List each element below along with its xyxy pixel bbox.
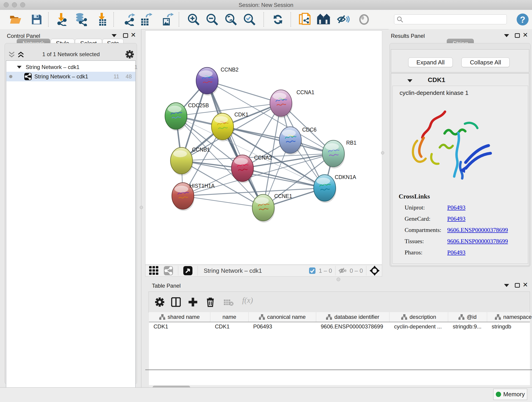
- table-row[interactable]: CDK1CDK1P064939606.ENSP00000378699cyclin…: [149, 322, 530, 331]
- left-splitter-handle[interactable]: [140, 206, 143, 209]
- table-panel-close-icon[interactable]: ✕: [523, 282, 528, 287]
- table-gear-icon[interactable]: [155, 298, 164, 307]
- column-header-description[interactable]: description: [389, 312, 448, 322]
- export-image-icon[interactable]: [161, 13, 174, 26]
- network-node-CCNB1[interactable]: [171, 147, 193, 176]
- export-network-icon[interactable]: [122, 13, 136, 26]
- delete-column-icon[interactable]: [206, 297, 215, 307]
- crosslink-value[interactable]: P06493: [447, 204, 465, 211]
- birdseye-view-icon[interactable]: [183, 266, 192, 275]
- bottom-splitter-handle[interactable]: [336, 278, 340, 281]
- help-icon[interactable]: ?: [516, 13, 529, 26]
- expand-all-button[interactable]: Expand All: [408, 57, 453, 67]
- crosslink-value[interactable]: P06493: [447, 216, 465, 222]
- crosslink-value[interactable]: 9606.ENSP00000378699: [447, 227, 508, 234]
- table-cell[interactable]: CDK1: [149, 322, 210, 331]
- control-panel-menu-icon[interactable]: [112, 34, 117, 37]
- column-type-icon: [458, 314, 464, 320]
- network-node-CDC25B[interactable]: [165, 103, 188, 131]
- table-cell[interactable]: 9606.ENSP00000378699: [316, 322, 389, 331]
- results-panel-menu-icon[interactable]: [504, 34, 509, 37]
- network-view-toolbar: String Network – cdk1 1 – 0 0 – 0: [145, 265, 382, 277]
- expand-all-networks-icon[interactable]: [17, 51, 24, 58]
- table-cell[interactable]: stringdb: [487, 322, 532, 331]
- network-view-share-icon[interactable]: [164, 266, 173, 275]
- import-database-icon[interactable]: [74, 13, 87, 26]
- import-network-icon[interactable]: [55, 13, 68, 26]
- table-cell[interactable]: stringdb:9...: [448, 322, 487, 331]
- show-all-icon[interactable]: [358, 13, 371, 26]
- network-row-selected[interactable]: String Network – cdk1 11 48: [6, 72, 135, 81]
- network-node-CCNA1[interactable]: [270, 90, 293, 118]
- crosslink-label: Pharos:: [405, 249, 447, 256]
- collapse-all-networks-icon[interactable]: [8, 51, 15, 58]
- table-panel-menu-icon[interactable]: [504, 284, 509, 287]
- network-graph[interactable]: CCNB2CCNA1CDC25BCDK1CDC6RB1CCNB1CCNA2CDK…: [146, 31, 382, 264]
- selected-checkbox-icon[interactable]: [309, 268, 316, 274]
- collapse-all-button[interactable]: Collapse All: [462, 57, 510, 67]
- zoom-in-icon[interactable]: [187, 13, 200, 26]
- add-column-icon[interactable]: [188, 297, 198, 307]
- hide-selected-icon[interactable]: [336, 13, 350, 26]
- crosslink-label: GeneCard:: [405, 216, 447, 222]
- network-options-gear-icon[interactable]: [126, 50, 134, 58]
- center-view-icon[interactable]: [370, 266, 380, 276]
- network-node-RB1[interactable]: [322, 140, 345, 168]
- results-panel-close-icon[interactable]: ✕: [523, 32, 528, 38]
- save-session-icon[interactable]: [30, 13, 43, 26]
- crosslink-value[interactable]: P06493: [447, 249, 465, 256]
- column-header-database-identifier[interactable]: database identifier: [316, 312, 389, 322]
- table-panel-float-icon[interactable]: [515, 283, 520, 288]
- table-cell[interactable]: cyclin-dependent ...: [389, 322, 448, 331]
- column-header-canonical-name[interactable]: canonical name: [249, 312, 316, 322]
- column-label: shared name: [167, 314, 200, 320]
- column-header-name[interactable]: name: [210, 312, 249, 322]
- show-columns-icon[interactable]: [171, 297, 181, 307]
- network-edge[interactable]: [183, 196, 263, 208]
- column-label: name: [222, 314, 236, 320]
- crosslink-value[interactable]: 9606.ENSP00000378699: [447, 238, 508, 245]
- network-node-CCNE1[interactable]: [252, 194, 275, 223]
- network-node-CDK1[interactable]: [211, 113, 234, 141]
- clone-network-icon[interactable]: [298, 13, 311, 26]
- column-header--id[interactable]: @id: [448, 312, 487, 322]
- node-label-CCNE1: CCNE1: [274, 193, 292, 199]
- memory-button[interactable]: Memory: [493, 389, 527, 400]
- refresh-icon[interactable]: [271, 13, 285, 26]
- home-icon[interactable]: [317, 13, 330, 26]
- results-panel-float-icon[interactable]: [515, 33, 520, 38]
- search-field[interactable]: [394, 14, 507, 24]
- node-label-CCNB2: CCNB2: [221, 67, 239, 73]
- network-canvas[interactable]: CCNB2CCNA1CDC25BCDK1CDC6RB1CCNB1CCNA2CDK…: [145, 31, 382, 265]
- export-table-icon[interactable]: [139, 13, 152, 26]
- right-splitter-handle[interactable]: [381, 151, 384, 154]
- crosslink-row: Pharos:P06493: [405, 249, 524, 256]
- node-label-CDC6: CDC6: [302, 127, 317, 133]
- table-cell[interactable]: P06493: [249, 322, 316, 331]
- network-node-CDC6[interactable]: [279, 127, 302, 155]
- column-header-shared-name[interactable]: shared name: [149, 312, 210, 322]
- crosslink-row: GeneCard:P06493: [405, 216, 524, 222]
- table-cell[interactable]: CDK1: [210, 322, 249, 331]
- zoom-selected-icon[interactable]: [243, 13, 256, 26]
- network-edge[interactable]: [207, 81, 263, 208]
- network-type-icon: [24, 73, 32, 80]
- column-header-namespace[interactable]: namespace: [487, 312, 532, 322]
- memory-label: Memory: [503, 391, 525, 398]
- zoom-out-icon[interactable]: [206, 13, 219, 26]
- control-panel-float-icon[interactable]: [123, 33, 128, 38]
- network-node-CCNB2[interactable]: [196, 67, 219, 96]
- network-node-count: 11: [114, 73, 119, 80]
- import-table-icon[interactable]: [95, 13, 108, 26]
- search-input[interactable]: [405, 16, 507, 23]
- network-node-CDKN1A[interactable]: [314, 175, 336, 203]
- gene-section-expand-icon[interactable]: [407, 79, 412, 82]
- open-folder-icon[interactable]: [9, 13, 22, 26]
- grid-view-icon[interactable]: [149, 266, 160, 275]
- network-node-CCNA2[interactable]: [231, 155, 254, 183]
- collection-expand-icon[interactable]: [17, 66, 22, 69]
- network-collection-row[interactable]: String Network – cdk1 1: [12, 63, 142, 72]
- memory-status-icon: [496, 392, 501, 397]
- zoom-fit-icon[interactable]: [224, 13, 238, 26]
- control-panel-close-icon[interactable]: ✕: [131, 32, 136, 38]
